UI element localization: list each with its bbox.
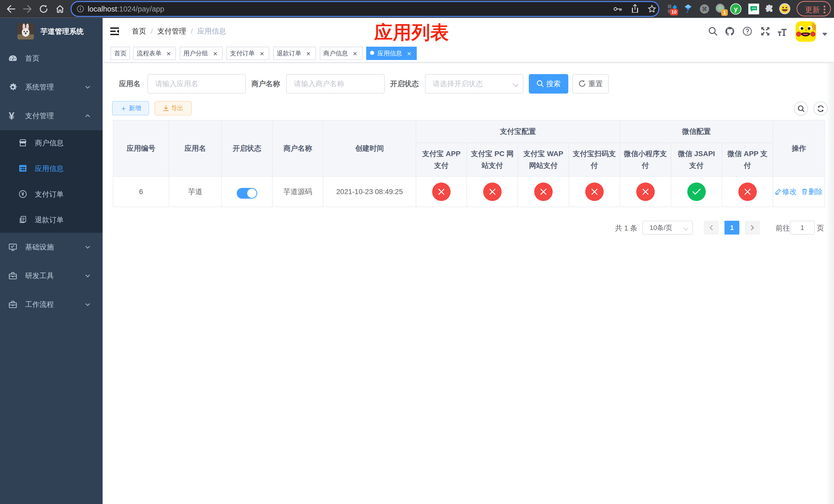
svg-text:y: y bbox=[734, 5, 738, 13]
svg-text:¥: ¥ bbox=[22, 191, 24, 197]
svg-text:⌘: ⌘ bbox=[702, 6, 707, 12]
